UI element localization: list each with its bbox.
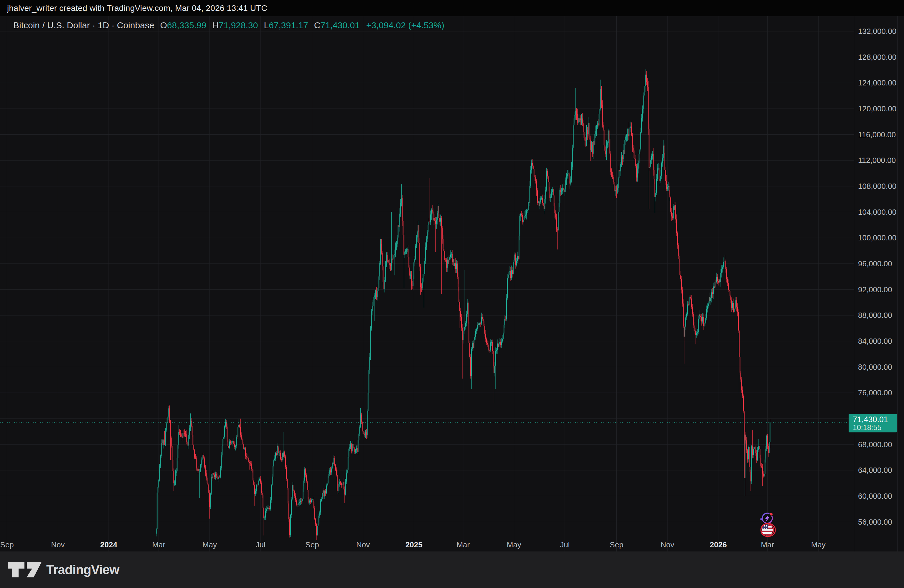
symbol-title[interactable]: Bitcoin / U.S. Dollar · 1D · Coinbase xyxy=(13,21,154,30)
svg-text:71,430.01: 71,430.01 xyxy=(853,415,888,424)
ohlc-open: O68,335.99 xyxy=(160,21,207,30)
svg-text:84,000.00: 84,000.00 xyxy=(858,337,892,346)
svg-text:Jul: Jul xyxy=(256,540,265,549)
last-price-label: 71,430.01 10:18:55 xyxy=(849,414,897,432)
chart-pane[interactable]: 132,000.00128,000.00124,000.00120,000.00… xyxy=(0,0,904,588)
tradingview-logo-icon xyxy=(7,562,42,578)
svg-text:92,000.00: 92,000.00 xyxy=(858,285,892,294)
footer-bar: TradingView xyxy=(0,552,904,588)
svg-text:96,000.00: 96,000.00 xyxy=(858,259,892,268)
tradingview-wordmark: TradingView xyxy=(46,563,119,577)
svg-text:60,000.00: 60,000.00 xyxy=(858,492,892,501)
svg-text:100,000.00: 100,000.00 xyxy=(858,233,896,242)
svg-text:Nov: Nov xyxy=(51,540,65,549)
crypto-event-icon[interactable] xyxy=(759,512,773,523)
tradingview-logo[interactable]: TradingView xyxy=(7,562,119,578)
svg-text:Mar: Mar xyxy=(761,540,774,549)
svg-text:Jul: Jul xyxy=(560,540,570,549)
svg-text:Mar: Mar xyxy=(152,540,165,549)
svg-text:Sep: Sep xyxy=(610,540,623,549)
svg-text:80,000.00: 80,000.00 xyxy=(858,363,892,371)
tradingview-chart-page: 132,000.00128,000.00124,000.00120,000.00… xyxy=(0,0,904,588)
svg-text:88,000.00: 88,000.00 xyxy=(858,311,892,319)
svg-text:132,000.00: 132,000.00 xyxy=(858,27,896,36)
svg-text:120,000.00: 120,000.00 xyxy=(858,104,896,113)
ohlc-high: H71,928.30 xyxy=(212,21,258,30)
svg-text:2026: 2026 xyxy=(710,540,727,549)
svg-text:May: May xyxy=(507,540,521,549)
svg-text:May: May xyxy=(811,540,826,549)
vertical-grid-lines xyxy=(7,16,819,552)
notification-dot xyxy=(770,512,773,516)
svg-text:108,000.00: 108,000.00 xyxy=(858,182,896,191)
price-axis-labels[interactable]: 132,000.00128,000.00124,000.00120,000.00… xyxy=(858,27,896,526)
horizontal-grid-lines xyxy=(0,31,854,522)
svg-text:2024: 2024 xyxy=(100,540,117,549)
us-flag-icon xyxy=(762,524,773,536)
svg-text:Mar: Mar xyxy=(457,540,470,549)
svg-text:76,000.00: 76,000.00 xyxy=(858,388,892,397)
svg-text:Nov: Nov xyxy=(661,540,674,549)
attribution-bar: jhalver_writer created with TradingView.… xyxy=(0,0,904,16)
symbol-legend[interactable]: Bitcoin / U.S. Dollar · 1D · Coinbase O6… xyxy=(13,19,444,31)
time-axis-labels[interactable]: SepNov2024MarMayJulSepNov2025MarMayJulSe… xyxy=(0,540,826,549)
change-value: +3,094.02 (+4.53%) xyxy=(366,21,444,30)
ohlc-low: L67,391.17 xyxy=(264,21,308,30)
svg-text:56,000.00: 56,000.00 xyxy=(858,518,892,526)
ohlc-close: C71,430.01 xyxy=(314,21,360,30)
countdown-timer: 10:18:55 xyxy=(853,423,881,432)
attribution-text: jhalver_writer created with TradingView.… xyxy=(0,3,267,13)
svg-text:Sep: Sep xyxy=(0,540,14,549)
svg-text:64,000.00: 64,000.00 xyxy=(858,466,892,474)
us-flag-event-icon[interactable] xyxy=(761,524,776,536)
down-candles xyxy=(163,71,769,540)
svg-text:112,000.00: 112,000.00 xyxy=(858,156,896,165)
svg-text:124,000.00: 124,000.00 xyxy=(858,78,896,87)
svg-text:Nov: Nov xyxy=(356,540,370,549)
svg-text:116,000.00: 116,000.00 xyxy=(858,130,896,139)
svg-text:Sep: Sep xyxy=(305,540,319,549)
svg-text:68,000.00: 68,000.00 xyxy=(858,440,892,449)
svg-text:104,000.00: 104,000.00 xyxy=(858,208,896,217)
svg-text:128,000.00: 128,000.00 xyxy=(858,53,896,62)
svg-text:May: May xyxy=(202,540,217,549)
svg-text:2025: 2025 xyxy=(405,540,422,549)
